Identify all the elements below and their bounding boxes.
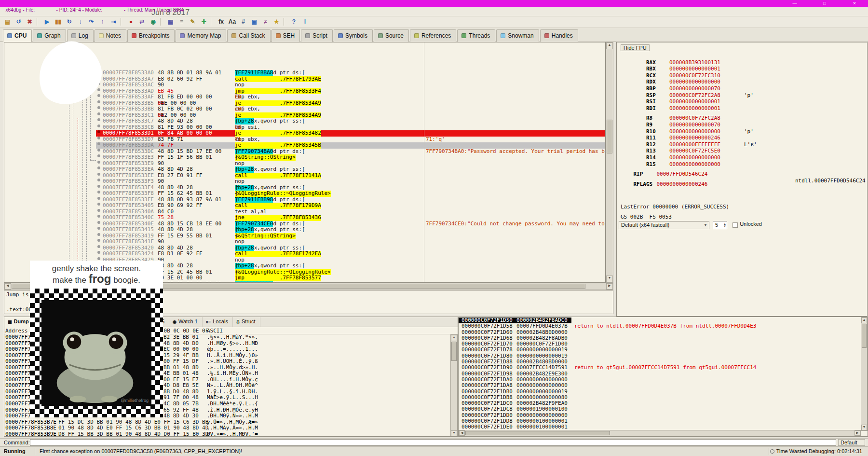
disassembly-row[interactable]: 00007FF78F8533C7 48 8D 4D 28 lea rcx,qwo… <box>96 118 606 124</box>
breakpoint-dot[interactable] <box>97 124 100 127</box>
run-icon[interactable]: ▶ <box>41 16 53 27</box>
unlocked-checkbox[interactable] <box>732 222 738 228</box>
disassembly-row[interactable]: 00007FF78F8533DA 74 7F je .7FF78F85345B <box>96 142 606 149</box>
argument-row[interactable] <box>617 232 867 238</box>
calling-convention-select[interactable]: Default (x64 fastcall)▼ <box>619 221 709 229</box>
disassembly-row[interactable]: 00007FF78F8533E3 FF 15 1F 56 BB 01 call … <box>96 154 606 161</box>
scroll-thumb[interactable] <box>451 342 457 361</box>
pause-icon[interactable]: ▮▮ <box>53 16 64 27</box>
register-row[interactable]: RBP0000000000000070 'p' <box>617 79 867 85</box>
register-row[interactable]: R100000000000000000 <box>617 122 867 128</box>
disassembly-row[interactable]: 00007FF78F853424 E8 D1 0E 92 FF call .7F… <box>96 251 606 257</box>
breakpoint-dot[interactable] <box>97 118 100 121</box>
maximize-button[interactable]: □ <box>816 0 833 7</box>
watch-icon[interactable]: ◉ <box>148 16 159 27</box>
disassembly-row[interactable]: 00007FF78F853415 48 8D 4D 28 lea rcx,qwo… <box>96 227 606 233</box>
register-row[interactable]: R140000000000000000 <box>617 148 867 154</box>
breakpoint-dot[interactable] <box>97 239 100 242</box>
breakpoint-dot[interactable] <box>97 106 100 109</box>
tab-locals[interactable]: x=Locals <box>203 317 233 327</box>
stack-row[interactable]: 000000C0F72F1DE0 0000000100000001 <box>459 424 861 430</box>
scroll-up-icon[interactable]: ▲ <box>606 42 613 49</box>
help-icon[interactable]: ? <box>288 16 299 27</box>
patch-icon[interactable]: ✚ <box>198 16 209 27</box>
breakpoint-dot[interactable] <box>97 161 100 164</box>
breakpoint-dot[interactable] <box>97 251 100 254</box>
toolbar-button[interactable] <box>121 18 124 26</box>
step-into-icon[interactable]: ↓ <box>75 16 86 27</box>
flags-row[interactable] <box>617 187 867 194</box>
stack-row[interactable]: 000000C0F72F1DC8 0000001900000100 <box>459 406 861 412</box>
breakpoint-icon[interactable]: ● <box>125 16 136 27</box>
argument-row[interactable] <box>617 244 867 250</box>
disassembly-row[interactable]: 00007FF78F8533A7 E8 02 60 92 FF call .7F… <box>96 76 606 83</box>
stack-hscrollbar[interactable]: ◀ ▶ <box>459 430 861 436</box>
font-icon[interactable]: Aa <box>227 16 238 27</box>
restart-animate-icon[interactable]: ↻ <box>64 16 75 27</box>
minimize-button[interactable]: — <box>786 0 803 7</box>
breakpoint-dot[interactable] <box>97 166 100 169</box>
disassembly-row[interactable]: 00007FF78F8533AF 81 FB ED 00 00 00 cmp e… <box>96 94 606 100</box>
tab-references[interactable]: References <box>410 29 456 42</box>
rip-row[interactable]: RIP00007FFD0D546C24 ntdll.00007FFD0D546C… <box>617 165 867 171</box>
lasterror-row[interactable]: LastError 00000000 (ERROR_SUCCESS) <box>617 204 867 210</box>
breakpoint-dot[interactable] <box>97 191 100 193</box>
info-icon[interactable]: i <box>299 16 311 27</box>
tab-seh[interactable]: SEH <box>271 29 300 42</box>
dump-row[interactable]: 00007FF78F853B8E 01 90 48 8D 4D E0 FF 15… <box>4 425 450 431</box>
register-row[interactable]: R90000000000000070 'p' <box>617 115 867 122</box>
tab-symbols[interactable]: Symbols <box>334 29 373 42</box>
stack-row[interactable]: 000000C0F72F1D78 0000000000000019 <box>459 347 861 353</box>
register-row[interactable]: RAX000008B393100131 <box>617 53 867 59</box>
argument-row[interactable] <box>617 251 867 257</box>
flags-row[interactable] <box>617 194 867 201</box>
stack-row[interactable]: 000000C0F72F1D58 00007FFD0D4E037B return… <box>459 323 861 329</box>
breakpoint-dot[interactable] <box>97 88 100 91</box>
breakpoint-dot[interactable] <box>97 185 100 188</box>
breakpoint-dot[interactable] <box>97 137 100 139</box>
scroll-thumb[interactable] <box>862 324 867 348</box>
disassembly-row[interactable]: 00007FF78F85342A 48 8D 4D 28 lea rcx,qwo… <box>96 263 606 269</box>
argument-row[interactable] <box>617 257 867 263</box>
tab-memory-map[interactable]: Memory Map <box>176 29 226 42</box>
tab-watch-1[interactable]: ◉Watch 1 <box>169 317 203 327</box>
stop-icon[interactable]: ✖ <box>24 16 35 27</box>
spin-down-icon[interactable]: ▼ <box>723 225 726 228</box>
stack-row[interactable]: 000000C0F72F1DA8 0000000000000000 <box>459 383 861 388</box>
register-row[interactable]: R13000000C0F72FC5E0 <box>617 141 867 148</box>
register-row[interactable]: R110000000000000246 L'Ɇ' <box>617 128 867 135</box>
scroll-down-icon[interactable]: ▼ <box>861 425 867 430</box>
tab-source[interactable]: Source <box>374 29 409 42</box>
argument-row[interactable] <box>617 238 867 244</box>
flags-row[interactable] <box>617 181 867 188</box>
stack-row[interactable]: 000000C0F72F1D90 00007FFCC14D7591 return… <box>459 365 861 371</box>
scroll-down-icon[interactable]: ▼ <box>606 276 613 282</box>
favourites-icon[interactable]: ★ <box>271 16 282 27</box>
tab-breakpoints[interactable]: Breakpoints <box>127 29 175 42</box>
calculator-icon[interactable]: # <box>238 16 249 27</box>
breakpoint-dot[interactable] <box>97 245 100 248</box>
tab-script[interactable]: Script <box>301 29 333 42</box>
disassembly-row[interactable]: 00007FF78F8533EA 48 8D 4D 28 lea rcx,qwo… <box>96 166 606 173</box>
toolbar-button[interactable] <box>37 18 40 26</box>
registers-pane[interactable]: Hide FPU RAX000008B393100131 RBX00000000… <box>616 42 868 317</box>
disassembly-row[interactable]: 00007FF78F85340C 75 28 jne .7FF78F853436 <box>96 215 606 221</box>
toolbar-button[interactable] <box>284 18 287 26</box>
trace-icon[interactable]: ⇄ <box>136 16 148 27</box>
register-row[interactable]: RBX0000000000000001 <box>617 59 867 66</box>
scroll-right-icon[interactable]: ▶ <box>854 430 860 436</box>
run-to-user-code-icon[interactable]: ⇥ <box>108 16 119 27</box>
register-row[interactable]: RCX000000C0F72FC310 <box>617 66 867 72</box>
breakpoint-dot[interactable] <box>97 142 100 145</box>
register-row[interactable]: R8000000C0F72FC2A8 <box>617 109 867 115</box>
register-row[interactable]: RDI0000000000000001 <box>617 98 867 105</box>
disassembly-row[interactable]: 00007FF78F8533D1 0F 84 AB 00 00 00 je .7… <box>96 130 606 137</box>
tab-graph[interactable]: Graph <box>33 29 66 42</box>
breakpoint-dot[interactable] <box>97 100 100 103</box>
disassembly-row[interactable]: 00007FF78F85341F 90 nop <box>96 239 606 245</box>
scroll-down-icon[interactable]: ▼ <box>451 430 457 437</box>
breakpoint-dot[interactable] <box>97 179 100 181</box>
breakpoint-dot[interactable] <box>97 112 100 115</box>
disassembly-row[interactable]: 00007FF78F8533EE E8 27 E0 91 FF call .7F… <box>96 173 606 179</box>
step-out-icon[interactable]: ↑ <box>97 16 108 27</box>
